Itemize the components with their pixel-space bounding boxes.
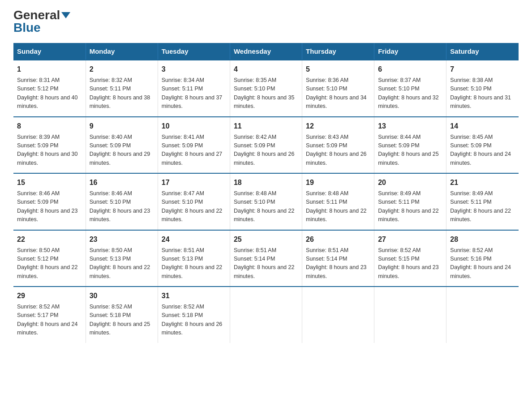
day-info: Sunrise: 8:37 AMSunset: 5:10 PMDaylight:…	[378, 76, 442, 111]
header-sunday: Sunday	[13, 43, 86, 60]
calendar-cell: 25Sunrise: 8:51 AMSunset: 5:14 PMDayligh…	[230, 230, 302, 287]
day-number: 1	[17, 64, 82, 75]
day-number: 19	[306, 177, 370, 188]
calendar-cell	[230, 287, 302, 343]
logo-arrow-icon	[61, 12, 70, 18]
calendar-cell	[446, 287, 519, 343]
calendar-cell: 18Sunrise: 8:48 AMSunset: 5:10 PMDayligh…	[230, 173, 302, 230]
day-number: 17	[162, 177, 226, 188]
header-saturday: Saturday	[446, 43, 519, 60]
day-number: 27	[378, 234, 442, 245]
day-info: Sunrise: 8:47 AMSunset: 5:10 PMDaylight:…	[162, 189, 226, 224]
calendar-cell	[302, 287, 374, 343]
calendar-cell: 12Sunrise: 8:43 AMSunset: 5:09 PMDayligh…	[302, 117, 374, 174]
day-info: Sunrise: 8:52 AMSunset: 5:16 PMDaylight:…	[450, 246, 515, 281]
day-number: 4	[234, 64, 298, 75]
calendar-cell: 8Sunrise: 8:39 AMSunset: 5:09 PMDaylight…	[13, 117, 86, 174]
day-info: Sunrise: 8:50 AMSunset: 5:13 PMDaylight:…	[90, 246, 154, 281]
calendar-week-row: 29Sunrise: 8:52 AMSunset: 5:17 PMDayligh…	[13, 287, 519, 343]
day-number: 25	[234, 234, 298, 245]
calendar-cell: 16Sunrise: 8:46 AMSunset: 5:10 PMDayligh…	[86, 173, 158, 230]
day-info: Sunrise: 8:48 AMSunset: 5:11 PMDaylight:…	[306, 189, 370, 224]
calendar-cell: 5Sunrise: 8:36 AMSunset: 5:10 PMDaylight…	[302, 60, 374, 117]
header-tuesday: Tuesday	[158, 43, 230, 60]
day-number: 29	[17, 291, 82, 301]
calendar-week-row: 8Sunrise: 8:39 AMSunset: 5:09 PMDaylight…	[13, 117, 519, 174]
calendar-week-row: 15Sunrise: 8:46 AMSunset: 5:09 PMDayligh…	[13, 173, 519, 230]
header-monday: Monday	[86, 43, 158, 60]
day-number: 5	[306, 64, 370, 75]
calendar-cell	[374, 287, 446, 343]
day-info: Sunrise: 8:31 AMSunset: 5:12 PMDaylight:…	[17, 76, 82, 111]
day-number: 22	[17, 234, 82, 245]
calendar-cell: 28Sunrise: 8:52 AMSunset: 5:16 PMDayligh…	[446, 230, 519, 287]
day-number: 15	[17, 177, 82, 188]
day-info: Sunrise: 8:35 AMSunset: 5:10 PMDaylight:…	[234, 76, 298, 111]
day-info: Sunrise: 8:51 AMSunset: 5:14 PMDaylight:…	[234, 246, 298, 281]
day-number: 6	[378, 64, 442, 75]
day-number: 26	[306, 234, 370, 245]
calendar-cell: 7Sunrise: 8:38 AMSunset: 5:10 PMDaylight…	[446, 60, 519, 117]
calendar-cell: 26Sunrise: 8:51 AMSunset: 5:14 PMDayligh…	[302, 230, 374, 287]
page-header: General Blue	[13, 9, 519, 34]
day-info: Sunrise: 8:38 AMSunset: 5:10 PMDaylight:…	[450, 76, 515, 111]
calendar-cell: 14Sunrise: 8:45 AMSunset: 5:09 PMDayligh…	[446, 117, 519, 174]
calendar-cell: 21Sunrise: 8:49 AMSunset: 5:11 PMDayligh…	[446, 173, 519, 230]
day-number: 8	[17, 121, 82, 132]
day-number: 28	[450, 234, 515, 245]
calendar-cell: 10Sunrise: 8:41 AMSunset: 5:09 PMDayligh…	[158, 117, 230, 174]
day-number: 24	[162, 234, 226, 245]
day-info: Sunrise: 8:52 AMSunset: 5:15 PMDaylight:…	[378, 246, 442, 281]
calendar-cell: 30Sunrise: 8:52 AMSunset: 5:18 PMDayligh…	[86, 287, 158, 343]
calendar-cell: 29Sunrise: 8:52 AMSunset: 5:17 PMDayligh…	[13, 287, 86, 343]
day-info: Sunrise: 8:49 AMSunset: 5:11 PMDaylight:…	[450, 189, 515, 224]
calendar-cell: 1Sunrise: 8:31 AMSunset: 5:12 PMDaylight…	[13, 60, 86, 117]
calendar-cell: 11Sunrise: 8:42 AMSunset: 5:09 PMDayligh…	[230, 117, 302, 174]
calendar-cell: 4Sunrise: 8:35 AMSunset: 5:10 PMDaylight…	[230, 60, 302, 117]
header-thursday: Thursday	[302, 43, 374, 60]
day-number: 10	[162, 121, 226, 132]
day-info: Sunrise: 8:48 AMSunset: 5:10 PMDaylight:…	[234, 189, 298, 224]
calendar-week-row: 22Sunrise: 8:50 AMSunset: 5:12 PMDayligh…	[13, 230, 519, 287]
day-info: Sunrise: 8:52 AMSunset: 5:17 PMDaylight:…	[17, 303, 82, 338]
calendar-cell: 31Sunrise: 8:52 AMSunset: 5:18 PMDayligh…	[158, 287, 230, 343]
day-number: 18	[234, 177, 298, 188]
calendar-cell: 27Sunrise: 8:52 AMSunset: 5:15 PMDayligh…	[374, 230, 446, 287]
calendar-cell: 22Sunrise: 8:50 AMSunset: 5:12 PMDayligh…	[13, 230, 86, 287]
day-info: Sunrise: 8:50 AMSunset: 5:12 PMDaylight:…	[17, 246, 82, 281]
day-number: 21	[450, 177, 515, 188]
calendar-cell: 15Sunrise: 8:46 AMSunset: 5:09 PMDayligh…	[13, 173, 86, 230]
day-info: Sunrise: 8:46 AMSunset: 5:10 PMDaylight:…	[90, 189, 154, 224]
day-number: 14	[450, 121, 515, 132]
calendar-week-row: 1Sunrise: 8:31 AMSunset: 5:12 PMDaylight…	[13, 60, 519, 117]
day-info: Sunrise: 8:39 AMSunset: 5:09 PMDaylight:…	[17, 133, 82, 168]
day-info: Sunrise: 8:32 AMSunset: 5:11 PMDaylight:…	[90, 76, 154, 111]
day-info: Sunrise: 8:49 AMSunset: 5:11 PMDaylight:…	[378, 189, 442, 224]
day-info: Sunrise: 8:36 AMSunset: 5:10 PMDaylight:…	[306, 76, 370, 111]
day-info: Sunrise: 8:51 AMSunset: 5:14 PMDaylight:…	[306, 246, 370, 281]
day-number: 20	[378, 177, 442, 188]
day-info: Sunrise: 8:40 AMSunset: 5:09 PMDaylight:…	[90, 133, 154, 168]
calendar-header-row: SundayMondayTuesdayWednesdayThursdayFrid…	[13, 43, 519, 60]
calendar-cell: 17Sunrise: 8:47 AMSunset: 5:10 PMDayligh…	[158, 173, 230, 230]
day-number: 9	[90, 121, 154, 132]
day-number: 7	[450, 64, 515, 75]
calendar-cell: 23Sunrise: 8:50 AMSunset: 5:13 PMDayligh…	[86, 230, 158, 287]
day-number: 31	[162, 291, 226, 301]
day-number: 23	[90, 234, 154, 245]
logo-blue: Blue	[13, 21, 41, 34]
day-number: 16	[90, 177, 154, 188]
calendar-cell: 3Sunrise: 8:34 AMSunset: 5:11 PMDaylight…	[158, 60, 230, 117]
calendar-cell: 20Sunrise: 8:49 AMSunset: 5:11 PMDayligh…	[374, 173, 446, 230]
day-info: Sunrise: 8:46 AMSunset: 5:09 PMDaylight:…	[17, 189, 82, 224]
day-info: Sunrise: 8:51 AMSunset: 5:13 PMDaylight:…	[162, 246, 226, 281]
calendar-table: SundayMondayTuesdayWednesdayThursdayFrid…	[13, 43, 519, 343]
logo: General Blue	[13, 9, 70, 34]
calendar-cell: 2Sunrise: 8:32 AMSunset: 5:11 PMDaylight…	[86, 60, 158, 117]
day-info: Sunrise: 8:45 AMSunset: 5:09 PMDaylight:…	[450, 133, 515, 168]
day-info: Sunrise: 8:41 AMSunset: 5:09 PMDaylight:…	[162, 133, 226, 168]
day-number: 13	[378, 121, 442, 132]
calendar-cell: 9Sunrise: 8:40 AMSunset: 5:09 PMDaylight…	[86, 117, 158, 174]
logo-general: General	[13, 9, 70, 21]
day-info: Sunrise: 8:34 AMSunset: 5:11 PMDaylight:…	[162, 76, 226, 111]
